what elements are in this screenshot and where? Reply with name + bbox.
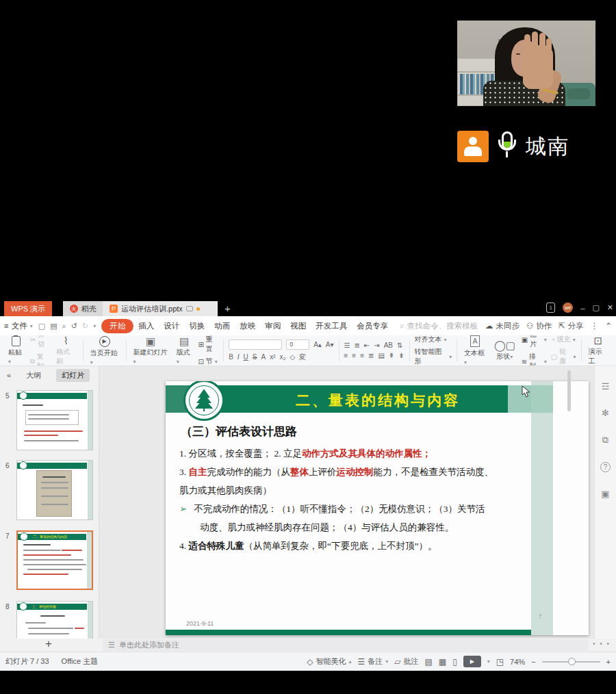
italic-button[interactable]: I: [238, 353, 240, 361]
redo-icon[interactable]: ↻: [82, 322, 88, 331]
ribbon-tab-view[interactable]: 视图: [285, 320, 311, 333]
notes-input[interactable]: ☰ 单击此处添加备注: [103, 639, 589, 651]
slide-editor[interactable]: 二、量表的结构与内容: [99, 366, 594, 639]
copy-button[interactable]: ⧉复制: [30, 352, 51, 366]
zoom-slider[interactable]: [542, 661, 600, 663]
add-slide-button[interactable]: +: [45, 637, 52, 651]
command-search-input[interactable]: ⌕ 查找命令、搜索模板: [400, 321, 485, 331]
distribute-button[interactable]: ▤: [378, 352, 384, 359]
zoom-in-button[interactable]: +: [606, 658, 611, 666]
undo-icon[interactable]: ↺: [71, 322, 77, 331]
chevron-down-icon[interactable]: ▾: [93, 323, 96, 329]
slide-body-text[interactable]: 1. 分区域，按全覆盖； 2. 立足动作方式及其具体的动作属性；3. 自主完成动…: [179, 444, 525, 555]
bold-button[interactable]: B: [229, 353, 233, 361]
cut-button[interactable]: ✂剪切: [30, 335, 51, 349]
file-menu[interactable]: ≡ 文件 ▾: [4, 321, 33, 331]
section-button[interactable]: ⊡节▾: [198, 357, 218, 366]
collaborate-button[interactable]: ⚇协作: [526, 321, 552, 331]
more-menu-icon[interactable]: ⋮: [591, 321, 599, 331]
outline-button[interactable]: ▢轮廓▾: [551, 347, 576, 366]
sorter-view-button[interactable]: ▦: [439, 657, 446, 667]
sync-status-button[interactable]: ☁未同步: [485, 321, 519, 331]
ribbon-tab-slideshow[interactable]: 放映: [235, 320, 260, 333]
minimize-button[interactable]: –: [580, 304, 585, 312]
slide-thumbnail-7-selected[interactable]: 二、量表的结构与内容: [16, 530, 93, 590]
play-options-icon[interactable]: ▾: [487, 658, 490, 665]
ribbon-tab-home[interactable]: 开始: [101, 319, 133, 333]
comments-button[interactable]: ▱ 批注: [394, 656, 418, 667]
slide-thumbnail-8[interactable]: 三、评估的实施: [16, 601, 93, 639]
align-right-button[interactable]: ≡: [360, 352, 364, 359]
device-sync-icon[interactable]: 1: [546, 303, 555, 313]
paragraph-button[interactable]: ⇟: [398, 352, 404, 359]
document-tab[interactable]: P 运动评估培训.pptx: [103, 301, 218, 316]
superscript-button[interactable]: x²: [270, 353, 275, 361]
vertical-scrollbar[interactable]: [567, 370, 571, 411]
layout-button[interactable]: ▤ 版式▾: [175, 336, 194, 365]
slide-thumbnail-5[interactable]: [16, 390, 93, 450]
new-tab-button[interactable]: +: [224, 301, 231, 316]
tab-outline[interactable]: 大纲: [21, 369, 47, 382]
reading-view-button[interactable]: ▯: [452, 657, 457, 667]
justify-button[interactable]: ≣: [368, 352, 374, 359]
reset-button[interactable]: ⊞重置: [198, 335, 218, 354]
zoom-slider-handle[interactable]: [568, 658, 576, 665]
slide-canvas[interactable]: 二、量表的结构与内容: [166, 381, 589, 635]
line-spacing-button[interactable]: ⇅: [397, 342, 402, 349]
more-options-icon[interactable]: • • •: [593, 640, 611, 647]
picture-button[interactable]: ▣图片▾: [522, 335, 547, 349]
normal-view-button[interactable]: ▤: [424, 657, 432, 667]
tab-slides[interactable]: 幻灯片: [56, 369, 90, 382]
ribbon-tab-animation[interactable]: 动画: [209, 320, 235, 333]
restore-button[interactable]: ▢: [592, 303, 599, 312]
increase-indent-button[interactable]: ⇥: [374, 342, 379, 349]
align-text-button[interactable]: 对齐文本▾: [415, 335, 452, 344]
print-icon[interactable]: ▤: [50, 322, 57, 331]
underline-button[interactable]: U: [244, 353, 248, 361]
zoom-out-button[interactable]: −: [531, 658, 535, 666]
slideshow-play-button[interactable]: ▶: [463, 656, 481, 667]
align-center-button[interactable]: ≡: [352, 352, 356, 359]
format-painter-button[interactable]: ⌇ 格式刷: [54, 335, 77, 366]
subscript-button[interactable]: x₂: [280, 353, 286, 361]
play-from-current-button[interactable]: ▶ 当页开始▾: [88, 336, 121, 365]
ribbon-tab-insert[interactable]: 插入: [133, 320, 159, 333]
share-button[interactable]: ⇱分享: [559, 321, 584, 331]
ribbon-tab-devtools[interactable]: 开发工具: [311, 320, 352, 333]
decrease-indent-button[interactable]: ⇤: [364, 342, 370, 349]
ribbon-tab-review[interactable]: 审阅: [260, 320, 285, 333]
fit-slide-icon[interactable]: ◳: [496, 657, 504, 667]
increase-font-icon[interactable]: A▴: [313, 341, 322, 348]
decrease-font-icon[interactable]: A▾: [326, 341, 334, 348]
clear-format-button[interactable]: ◇: [290, 353, 295, 361]
help-icon[interactable]: ?: [600, 462, 611, 472]
slide-heading[interactable]: （三）评估表设计思路: [181, 424, 297, 439]
shapes-button[interactable]: ◯▢ 形状▾: [492, 340, 517, 361]
ribbon-tab-transition[interactable]: 切换: [184, 320, 209, 333]
arrange-button[interactable]: ≋排列▾: [522, 352, 547, 366]
strikethrough-button[interactable]: S: [253, 353, 257, 361]
smart-assistant-icon[interactable]: ✻: [602, 408, 609, 418]
presentation-tools-button[interactable]: ⊡ 演示工: [587, 335, 610, 366]
switch-window-icon[interactable]: ⧉: [602, 435, 608, 446]
ribbon-tab-member[interactable]: 会员专享: [352, 320, 393, 333]
smart-graphic-button[interactable]: 转智能图形▾: [415, 347, 452, 366]
text-direction-button[interactable]: AB: [384, 342, 393, 349]
ribbon-tab-design[interactable]: 设计: [159, 320, 184, 333]
close-button[interactable]: ✕: [607, 303, 613, 312]
account-avatar[interactable]: WP: [563, 303, 573, 313]
notes-toggle-button[interactable]: ☰ 备注 ▾: [357, 656, 388, 667]
numbering-button[interactable]: ≣: [354, 342, 359, 349]
docer-tab[interactable]: 火 稻壳: [63, 301, 103, 316]
align-left-button[interactable]: ≡: [344, 352, 348, 359]
textbox-button[interactable]: A 文本框▾: [462, 335, 488, 365]
collapse-ribbon-icon[interactable]: ⌃: [605, 321, 612, 331]
slide-thumbnail-6[interactable]: [16, 460, 93, 520]
app-tab[interactable]: WPS 演示: [4, 301, 52, 316]
columns-button[interactable]: ⇞: [389, 352, 394, 359]
save-icon[interactable]: ▢: [38, 322, 45, 331]
font-name-select[interactable]: [229, 339, 282, 350]
collapse-panel-button[interactable]: «: [7, 371, 11, 379]
object-properties-icon[interactable]: ☲: [602, 381, 610, 391]
fill-button[interactable]: ◔填充▾: [551, 335, 576, 344]
